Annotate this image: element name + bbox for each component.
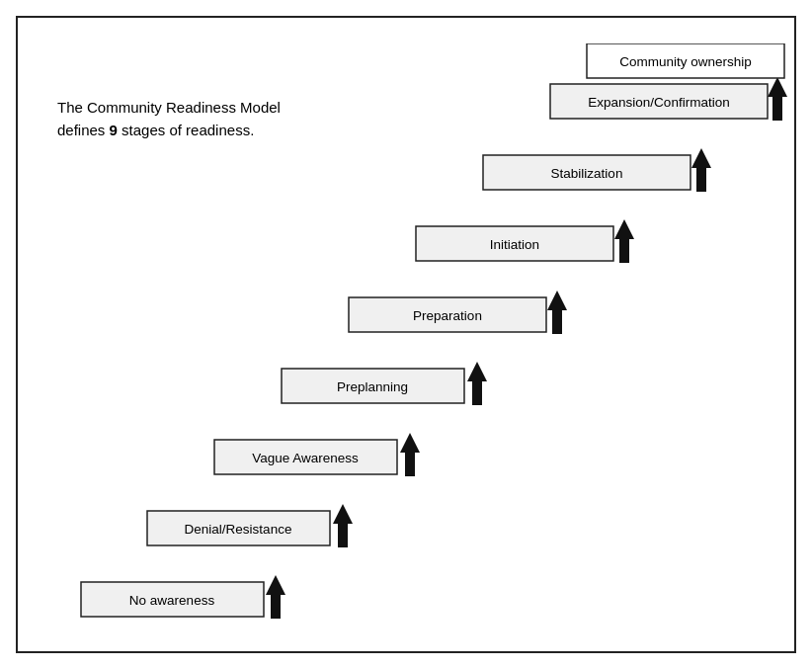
arrow-5	[547, 291, 567, 334]
stage-6-label: Initiation	[490, 237, 539, 252]
arrow-4	[467, 362, 487, 405]
stage-3-label: Vague Awareness	[252, 451, 359, 465]
outer-border: The Community Readiness Model defines 9 …	[16, 16, 796, 653]
arrow-3	[400, 433, 420, 476]
stage-8-label: Expansion/Confirmation	[588, 95, 729, 110]
stage-9-label: Community ownership	[619, 54, 752, 69]
arrow-8	[768, 77, 787, 121]
arrow-2	[333, 504, 353, 547]
arrow-6	[614, 219, 634, 263]
stage-4-label: Preplanning	[337, 379, 408, 394]
arrow-7	[691, 148, 711, 192]
stage-1-label: No awareness	[129, 593, 215, 608]
stage-7-label: Stabilization	[551, 166, 623, 181]
staircase-diagram: No awareness Denial/Resistance Vague Awa…	[53, 43, 794, 651]
stage-5-label: Preparation	[413, 308, 482, 323]
stage-2-label: Denial/Resistance	[185, 522, 292, 537]
arrow-1	[266, 575, 285, 619]
